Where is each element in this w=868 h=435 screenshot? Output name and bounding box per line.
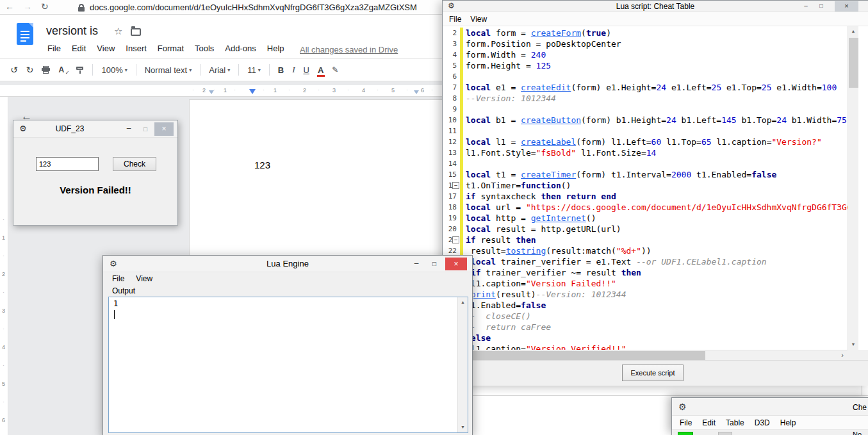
code-line[interactable]: 27t1.Enabled=false [443,300,848,311]
fold-marker[interactable]: − [452,182,459,189]
menu-item-view[interactable]: View [136,274,152,283]
code-line[interactable]: 3form.Position = poDesktopCenter [443,38,848,49]
execute-script-button[interactable]: Execute script [622,365,684,381]
menu-item-edit[interactable]: Edit [702,418,716,427]
font-select[interactable]: Arial▾ [209,65,230,75]
menu-item-table[interactable]: Table [726,418,744,427]
code-line[interactable]: 19local http = getInternet() [443,213,848,224]
save-status[interactable]: All changes saved in Drive [300,44,398,55]
fold-marker[interactable]: − [452,236,459,243]
text-color-button[interactable]: A [318,65,323,75]
code-line[interactable]: 24 if trainer_verifier ~= result then [443,267,848,278]
print-icon[interactable] [42,66,50,74]
minimize-button[interactable]: – [121,123,136,135]
code-line[interactable]: 15local t1 = createTimer(form) t1.Interv… [443,169,848,180]
forward-icon[interactable]: → [23,1,32,12]
menu-item-view[interactable]: View [97,44,115,53]
code-line[interactable]: 7local e1 = createEdit(form) e1.Height=2… [443,82,848,93]
indent-marker-right[interactable] [414,90,419,94]
code-line[interactable]: 30 else [443,332,848,343]
menu-item-file[interactable]: File [112,274,124,283]
code-line[interactable]: 13l1.Font.Style="fsBold" l1.Font.Size=14 [443,147,848,158]
menu-item-tools[interactable]: Tools [195,44,214,53]
maximize-button[interactable]: □ [815,1,828,11]
code-line[interactable]: 21−if result then [443,234,848,245]
close-button[interactable]: × [835,1,858,12]
code-line[interactable]: 26 print(result)--Version: 1012344 [443,289,848,300]
edit-pen-icon[interactable]: ✎ [332,65,338,74]
output-textarea[interactable]: 1 ▲ ▼ [108,297,468,433]
check-button[interactable]: Check [113,157,156,171]
editor-horizontal-scrollbar[interactable]: ‹ › [443,350,848,360]
scroll-right-icon[interactable]: › [837,350,848,361]
lua-engine-titlebar[interactable]: ⚙ Lua Engine – □ × [103,256,472,272]
minimize-button[interactable]: – [407,258,425,270]
undo-icon[interactable]: ↺ [10,65,18,75]
code-line[interactable]: 5form.Height = 125 [443,60,848,71]
redo-icon[interactable]: ↻ [26,65,34,75]
code-line[interactable]: 20local result = http.getURL(url) [443,224,848,234]
back-icon[interactable]: ← [5,1,14,12]
code-lines[interactable]: 2local form = createForm(true)3form.Posi… [443,28,858,350]
version-input[interactable]: 123 [36,157,99,171]
small-control[interactable] [718,432,732,435]
menu-item-add-ons[interactable]: Add-ons [225,44,256,53]
code-line[interactable]: 11 [443,126,848,136]
code-line[interactable]: 2local form = createForm(true) [443,28,848,38]
spellcheck-icon[interactable]: A✓ [58,65,68,74]
code-line[interactable]: 23 local trainer_verifier = e1.Text --or… [443,256,848,267]
maximize-button[interactable]: □ [138,123,153,135]
code-line[interactable]: 25 l1.caption="Version Failed!!" [443,278,848,289]
code-line[interactable]: 8--Version: 1012344 [443,93,848,104]
code-line[interactable]: 9 [443,104,848,115]
move-folder-icon[interactable] [131,28,141,36]
menu-item-edit[interactable]: Edit [72,44,86,53]
menu-item-d3d[interactable]: D3D [755,418,770,427]
menu-item-file[interactable]: File [680,418,692,427]
address-bar[interactable]: docs.google.com/document/d/1eOyuIcHHxSdh… [90,3,417,12]
menu-item-help[interactable]: Help [780,418,796,427]
close-button[interactable]: × [445,258,467,270]
scroll-down-icon[interactable]: ▼ [848,340,858,350]
close-button[interactable]: × [154,122,174,136]
menu-item-format[interactable]: Format [158,44,184,53]
menu-item-help[interactable]: Help [267,44,284,53]
star-icon[interactable]: ☆ [114,26,122,37]
scrollbar-thumb[interactable] [849,38,858,88]
scroll-up-icon[interactable]: ▲ [458,297,468,308]
maximize-button[interactable]: □ [425,258,443,270]
minimize-button[interactable]: – [799,1,812,11]
menu-item-file[interactable]: File [47,44,61,53]
code-line[interactable]: 28-- closeCE() [443,311,848,322]
document-title[interactable]: versiont is [46,24,98,38]
menu-item-file[interactable]: File [449,15,461,24]
italic-button[interactable]: I [292,65,295,75]
code-line[interactable]: 17if syntaxcheck then return end [443,191,848,202]
code-line[interactable]: 14 [443,158,848,169]
code-line[interactable]: 18local url = "https://docs.google.com/d… [443,202,848,213]
underline-button[interactable]: U [304,65,309,75]
code-line[interactable]: 10local b1 = createButton(form) b1.Heigh… [443,115,848,126]
udf-titlebar[interactable]: ⚙ UDF_23 – □ × [13,120,177,138]
code-line[interactable]: 16−t1.OnTimer=function() [443,180,848,191]
scrollbar-thumb[interactable] [453,351,705,360]
code-line[interactable]: 4form.Width = 240 [443,49,848,60]
code-line[interactable]: 31 l1.caption="Version Verified!!" [443,343,848,350]
menu-item-insert[interactable]: Insert [126,44,147,53]
docs-document-icon[interactable] [17,23,33,45]
editor-vertical-scrollbar[interactable]: ▲ ▼ [848,26,858,350]
lua-script-titlebar[interactable]: ⚙ Lua script: Cheat Table – □ × [443,1,868,12]
scroll-down-icon[interactable]: ▼ [458,422,468,432]
cheat-engine-titlebar[interactable]: ⚙ Che [672,398,868,416]
code-line[interactable]: 12local l1 = createLabel(form) l1.Left=6… [443,136,848,147]
paint-format-icon[interactable] [76,66,84,74]
refresh-icon[interactable]: ↻ [41,1,49,12]
code-editor[interactable]: 2local form = createForm(true)3form.Posi… [443,26,868,350]
code-line[interactable]: 6 [443,71,848,82]
code-line[interactable]: 29-- return caFree [443,322,848,332]
zoom-select[interactable]: 100%▾ [101,65,127,75]
output-vertical-scrollbar[interactable]: ▲ ▼ [457,297,468,432]
bold-button[interactable]: B [278,65,284,75]
code-line[interactable]: 22 result=tostring(result:match("%d+")) [443,245,848,256]
scroll-up-icon[interactable]: ▲ [848,26,858,37]
